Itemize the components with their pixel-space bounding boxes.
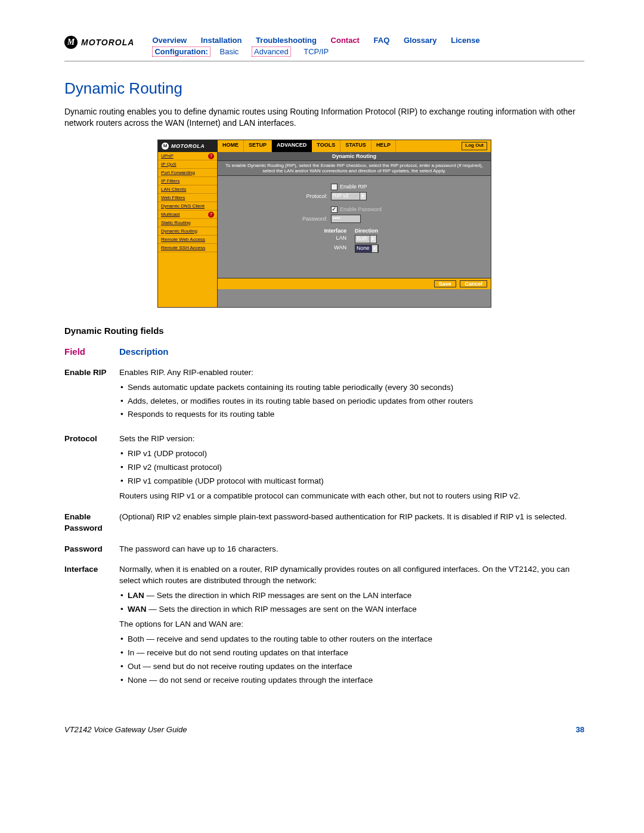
password-label: Password:: [218, 216, 331, 222]
nav-glossary[interactable]: Glossary: [404, 36, 437, 45]
page-footer: VT2142 Voice Gateway User Guide 38: [64, 725, 584, 734]
side-upnp[interactable]: UPnP?: [158, 152, 217, 160]
router-ui-screenshot: M MOTOROLA HOME SETUP ADVANCED TOOLS STA…: [157, 140, 491, 308]
intro-text: Dynamic routing enables you to define dy…: [64, 106, 584, 129]
shot-nav-home[interactable]: HOME: [218, 140, 244, 152]
shot-nav-status[interactable]: STATUS: [340, 140, 371, 152]
table-row: Protocol Sets the RIP version: RIP v1 (U…: [64, 430, 584, 507]
direction-header: Direction: [355, 228, 378, 234]
nav-overview[interactable]: Overview: [152, 36, 187, 45]
motorola-batwing-icon: M: [64, 36, 78, 49]
side-remote-ssh[interactable]: Remote SSH Access: [158, 244, 217, 252]
enable-rip-checkbox[interactable]: [331, 184, 338, 190]
side-ddns[interactable]: Dynamic DNS Client: [158, 202, 217, 210]
side-port-forwarding[interactable]: Port Forwarding: [158, 169, 217, 177]
brand-text: MOTOROLA: [81, 38, 134, 47]
brand-logo: M MOTOROLA: [64, 36, 134, 49]
shot-panel-title: Dynamic Routing: [218, 152, 491, 161]
nav-license[interactable]: License: [451, 36, 479, 45]
lan-direction-select[interactable]: Both: [355, 235, 377, 243]
cancel-button[interactable]: Cancel: [460, 280, 487, 287]
help-icon[interactable]: ?: [208, 153, 214, 159]
side-remote-web[interactable]: Remote Web Access: [158, 236, 217, 244]
nav-troubleshooting[interactable]: Troubleshooting: [256, 36, 317, 45]
table-row: Password The password can have up to 16 …: [64, 540, 584, 561]
side-multicast[interactable]: Multicast?: [158, 210, 217, 219]
side-ip-filters[interactable]: IP Filters: [158, 177, 217, 185]
shot-brand: M MOTOROLA: [158, 140, 218, 152]
page-number: 38: [576, 725, 584, 734]
page-header: M MOTOROLA Overview Installation Trouble…: [64, 36, 584, 61]
shot-nav-advanced[interactable]: ADVANCED: [272, 140, 312, 152]
wan-direction-select[interactable]: None: [355, 244, 379, 253]
table-row: Enable RIP Enables RIP. Any RIP-enabled …: [64, 364, 584, 431]
table-row: Interface Normally, when it is enabled o…: [64, 561, 584, 695]
sub-nav: Configuration: Basic Advanced TCP/IP: [152, 47, 584, 56]
side-ipqos[interactable]: IP QoS: [158, 160, 217, 169]
shot-nav-tools[interactable]: TOOLS: [312, 140, 340, 152]
table-row: Enable Password (Optional) RIP v2 enable…: [64, 508, 584, 540]
side-dynamic-routing[interactable]: Dynamic Routing: [158, 227, 217, 236]
help-icon[interactable]: ?: [208, 212, 214, 218]
side-web-filters[interactable]: Web Filters: [158, 194, 217, 202]
shot-logout-button[interactable]: Log Out: [462, 142, 487, 150]
nav-installation[interactable]: Installation: [201, 36, 242, 45]
nav-contact[interactable]: Contact: [331, 36, 360, 45]
side-static-routing[interactable]: Static Routing: [158, 219, 217, 227]
subnav-basic[interactable]: Basic: [220, 47, 239, 56]
col-description: Description: [119, 346, 584, 364]
interface-header: Interface: [218, 228, 355, 234]
shot-nav-help[interactable]: HELP: [371, 140, 396, 152]
side-lan-clients[interactable]: LAN Clients: [158, 185, 217, 194]
footer-title: VT2142 Voice Gateway User Guide: [64, 725, 187, 734]
wan-row-label: WAN: [218, 244, 355, 253]
subnav-advanced[interactable]: Advanced: [252, 47, 291, 57]
shot-nav-setup[interactable]: SETUP: [244, 140, 272, 152]
page-title: Dynamic Routing: [64, 79, 584, 98]
subnav-tcpip[interactable]: TCP/IP: [304, 47, 329, 56]
top-nav: Overview Installation Troubleshooting Co…: [152, 36, 584, 45]
lan-row-label: LAN: [218, 235, 355, 243]
protocol-label: Protocol:: [218, 193, 331, 199]
shot-sidebar: UPnP? IP QoS Port Forwarding IP Filters …: [158, 152, 218, 307]
shot-panel-desc: To enable Dynamic Routing (RIP), select …: [218, 161, 491, 176]
fields-table: Field Description Enable RIP Enables RIP…: [64, 346, 584, 696]
protocol-select[interactable]: RIP v2: [331, 192, 367, 200]
password-input[interactable]: ••••: [331, 215, 361, 223]
enable-password-checkbox[interactable]: [331, 206, 338, 213]
subnav-configuration-label: Configuration:: [152, 47, 210, 57]
shot-motorola-icon: M: [162, 143, 169, 150]
nav-faq[interactable]: FAQ: [374, 36, 390, 45]
fields-section-title: Dynamic Routing fields: [64, 326, 584, 336]
col-field: Field: [64, 346, 119, 364]
save-button[interactable]: Save: [434, 280, 456, 287]
